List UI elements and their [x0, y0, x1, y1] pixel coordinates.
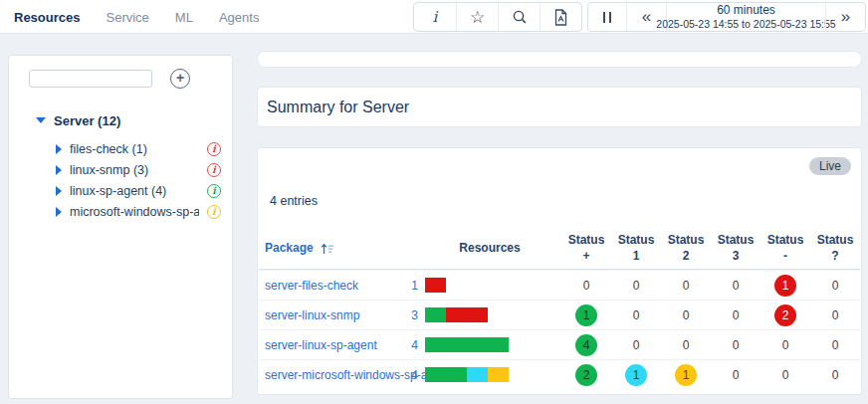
resource-status-bar	[425, 337, 561, 352]
live-badge: Live	[809, 157, 851, 175]
column-header-status-minus: Status-	[760, 233, 810, 264]
status-value: 0	[711, 338, 760, 352]
search-icon	[512, 9, 528, 25]
table-row: server-microsoft-windows-sp-agent 4 2 1 …	[259, 359, 860, 389]
tab-agents[interactable]: Agents	[219, 10, 259, 25]
table-row: server-linux-snmp 3 1 0 0 0 2 0	[259, 300, 860, 329]
status-info-icon: i	[207, 184, 221, 198]
sidebar: + Server (12) files-check (1) i linux-sn…	[8, 55, 233, 399]
add-button[interactable]: +	[170, 69, 190, 89]
status-badge: 4	[575, 334, 597, 356]
top-bar: Resources Service ML Agents i ☆	[0, 0, 868, 34]
info-button[interactable]: i	[414, 3, 456, 31]
caret-down-icon	[36, 117, 46, 123]
pause-button[interactable]	[588, 3, 626, 31]
status-value: 0	[661, 338, 711, 352]
tree-root-server[interactable]: Server (12)	[9, 110, 232, 130]
filter-bar[interactable]	[257, 51, 862, 68]
tab-ml[interactable]: ML	[175, 10, 193, 25]
status-value: 0	[611, 279, 661, 293]
status-value: 0	[711, 308, 760, 322]
tree-item-label: linux-sp-agent (4)	[70, 184, 166, 198]
plus-icon: +	[176, 70, 184, 86]
package-link[interactable]: server-linux-snmp	[259, 308, 388, 322]
status-value: 0	[611, 338, 661, 352]
resource-status-bar	[425, 278, 561, 293]
status-value: 0	[711, 279, 760, 293]
chevron-double-left-icon: «	[642, 7, 651, 27]
tree-root-label: Server (12)	[54, 113, 120, 128]
time-range-picker[interactable]: 60 minutes 2025-05-23 14:55 to 2025-05-2…	[666, 3, 825, 31]
caret-right-icon	[56, 165, 62, 175]
status-value: 0	[810, 308, 860, 322]
toolbar-actions: i ☆	[413, 2, 582, 32]
export-pdf-button[interactable]	[540, 3, 581, 31]
resource-status-bar	[425, 307, 561, 322]
status-value: 0	[611, 308, 661, 322]
status-value: 0	[760, 338, 810, 352]
table-header-row: Package Resources Status+ Status1 Status…	[259, 228, 860, 270]
caret-right-icon	[56, 144, 62, 154]
column-header-status-1: Status1	[611, 233, 661, 264]
tree-item-label: linux-snmp (3)	[70, 163, 148, 177]
pause-icon	[603, 12, 611, 23]
summary-panel: Summary for Server	[257, 87, 862, 127]
package-link[interactable]: server-microsoft-windows-sp-agent	[259, 368, 388, 382]
resource-count: 4	[388, 368, 418, 382]
tab-resources[interactable]: Resources	[14, 10, 80, 25]
sidebar-search-row: +	[9, 56, 232, 89]
sort-ascending-icon	[321, 243, 334, 255]
column-header-status-2: Status2	[661, 233, 711, 264]
info-icon: i	[433, 8, 438, 26]
time-controls: « 60 minutes 2025-05-23 14:55 to 2025-05…	[587, 2, 866, 32]
resource-count: 3	[388, 308, 418, 322]
caret-right-icon	[56, 186, 62, 196]
status-badge: 1	[625, 364, 647, 386]
status-value: 0	[810, 368, 860, 382]
status-badge: 2	[575, 364, 597, 386]
tree-item-linux-sp-agent[interactable]: linux-sp-agent (4) i	[9, 180, 232, 201]
status-badge: 2	[774, 304, 796, 326]
time-duration: 60 minutes	[717, 3, 775, 18]
package-tree: Server (12) files-check (1) i linux-snmp…	[9, 110, 232, 222]
time-range: 2025-05-23 14:55 to 2025-05-23 15:55	[656, 18, 835, 31]
status-info-icon: i	[207, 205, 221, 219]
tree-item-label: files-check (1)	[70, 142, 147, 156]
favorite-button[interactable]: ☆	[456, 3, 498, 31]
packages-panel: Live 4 entries Package Resources Status+…	[257, 147, 862, 395]
tab-service[interactable]: Service	[106, 10, 148, 25]
tree-item-files-check[interactable]: files-check (1) i	[9, 138, 232, 159]
status-badge: 1	[575, 304, 597, 326]
star-icon: ☆	[470, 7, 485, 28]
status-info-icon: i	[207, 163, 221, 177]
column-header-resources: Resources	[418, 241, 561, 257]
tree-item-linux-snmp[interactable]: linux-snmp (3) i	[9, 159, 232, 180]
package-link[interactable]: server-linux-sp-agent	[259, 338, 388, 352]
status-badge: 1	[675, 364, 697, 386]
next-period-button[interactable]: »	[825, 3, 865, 31]
table-row: server-files-check 1 0 0 0 0 1 0	[259, 270, 860, 300]
package-link[interactable]: server-files-check	[259, 279, 388, 293]
status-value: 0	[561, 279, 611, 293]
column-header-status-unknown: Status?	[810, 233, 860, 264]
sidebar-search-input[interactable]	[29, 70, 152, 88]
status-value: 0	[810, 279, 860, 293]
package-header-label: Package	[265, 241, 314, 257]
status-value: 0	[711, 368, 760, 382]
packages-table: Package Resources Status+ Status1 Status…	[259, 228, 860, 389]
tree-item-microsoft-windows-sp-agent[interactable]: microsoft-windows-sp-agent ... i	[9, 201, 232, 222]
column-header-package[interactable]: Package	[259, 241, 418, 257]
chevron-double-right-icon: »	[841, 7, 850, 27]
column-header-status-ok: Status+	[561, 233, 611, 264]
table-row: server-linux-sp-agent 4 4 0 0 0 0 0	[259, 329, 860, 359]
status-badge: 1	[774, 275, 796, 297]
entries-count: 4 entries	[270, 194, 318, 208]
search-button[interactable]	[498, 3, 540, 31]
status-info-icon: i	[207, 142, 221, 156]
resource-count: 4	[388, 338, 418, 352]
status-value: 0	[760, 368, 810, 382]
resource-status-bar	[425, 367, 561, 382]
main-nav: Resources Service ML Agents	[14, 0, 259, 34]
caret-right-icon	[56, 207, 62, 217]
status-value: 0	[810, 338, 860, 352]
